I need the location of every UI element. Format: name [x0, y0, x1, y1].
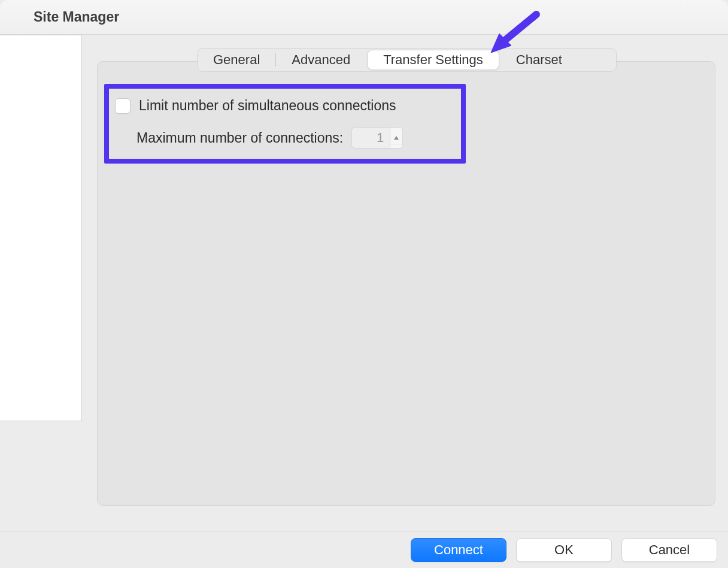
titlebar: Site Manager	[0, 0, 728, 35]
stepper-buttons	[390, 127, 403, 149]
max-connections-label: Maximum number of connections:	[136, 130, 343, 146]
site-list-panel[interactable]	[0, 35, 82, 421]
cancel-button[interactable]: Cancel	[621, 538, 717, 562]
max-connections-input[interactable]: 1	[351, 127, 390, 149]
chevron-down-icon	[393, 144, 399, 149]
limit-connections-checkbox[interactable]	[115, 98, 131, 114]
tab-general[interactable]: General	[198, 49, 275, 71]
window-title: Site Manager	[34, 9, 119, 25]
tab-bar: General Advanced Transfer Settings Chars…	[197, 48, 617, 72]
chevron-up-icon	[393, 128, 399, 144]
stepper-down-button[interactable]	[390, 144, 402, 149]
ok-button[interactable]: OK	[516, 538, 612, 562]
stepper-up-button[interactable]	[390, 128, 402, 144]
max-connections-stepper: 1	[351, 127, 403, 149]
dialog-footer: Connect OK Cancel	[0, 531, 728, 568]
limit-connections-row: Limit number of simultaneous connections	[115, 98, 396, 114]
limit-connections-label: Limit number of simultaneous connections	[139, 98, 396, 114]
tab-advanced[interactable]: Advanced	[276, 49, 366, 71]
tab-charset[interactable]: Charset	[500, 49, 578, 71]
connect-button[interactable]: Connect	[411, 538, 506, 562]
tab-transfer-settings[interactable]: Transfer Settings	[367, 50, 499, 70]
max-connections-row: Maximum number of connections: 1	[136, 127, 403, 149]
